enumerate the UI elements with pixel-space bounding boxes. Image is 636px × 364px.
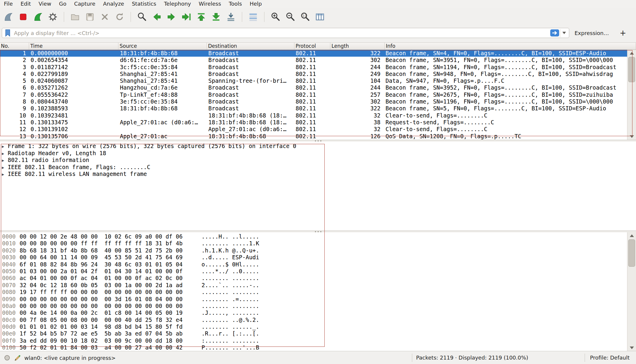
hex-row-0070[interactable]: 007032 04 0c 12 18 60 0b 05 03 00 1a 00 … — [2, 282, 636, 289]
resize-columns-button[interactable] — [313, 10, 326, 23]
packet-row-7[interactable]: 70.055536422Tp-LinkT_ef:48:88Broadcast80… — [0, 91, 627, 98]
expression-button[interactable]: Expression… — [575, 30, 609, 36]
packet-row-10[interactable]: 100.10392348118:31:bf:4b:8b:68 (18:…802.… — [0, 112, 627, 119]
hex-row-0030[interactable]: 003000 00 64 00 11 14 00 09 45 53 50 2d … — [2, 254, 636, 261]
go-forward-button[interactable] — [165, 10, 178, 23]
filter-dropdown-button[interactable] — [560, 29, 568, 37]
column-header-no[interactable]: No. — [0, 43, 29, 50]
hex-row-0100[interactable]: 010050 f2 02 01 01 84 00 03 a4 00 00 27 … — [2, 344, 636, 351]
menu-statistics[interactable]: Statistics — [128, 0, 160, 8]
save-file-button[interactable] — [83, 10, 96, 23]
cell-no: 3 — [0, 64, 29, 71]
scroll-down-button[interactable] — [627, 344, 636, 351]
menu-analyze[interactable]: Analyze — [99, 0, 128, 8]
hex-row-00a0[interactable]: 00a000 00 00 00 00 00 00 00 00 00 00 00 … — [2, 303, 636, 309]
go-last-packet-button[interactable] — [210, 10, 223, 23]
hex-row-00d0[interactable]: 00d001 01 01 02 01 00 03 14 98 d8 bd b4 … — [2, 323, 636, 330]
close-file-button[interactable] — [98, 10, 111, 23]
menu-view[interactable]: View — [35, 0, 55, 8]
profile-label[interactable]: Profile: Default — [590, 351, 630, 364]
capture-options-button[interactable] — [46, 10, 59, 23]
find-packet-button[interactable] — [135, 10, 148, 23]
packet-row-6[interactable]: 60.035271262Hangzhou_cd:7a:6eBroadcast80… — [0, 84, 627, 91]
display-filter-input[interactable] — [11, 30, 549, 36]
detail-line[interactable]: ▸Frame 1: 322 bytes on wire (2576 bits),… — [2, 143, 636, 150]
column-header-time[interactable]: Time — [29, 43, 118, 50]
menu-tools[interactable]: Tools — [225, 0, 246, 8]
filter-bookmark-icon[interactable] — [4, 29, 11, 37]
hex-row-0040[interactable]: 00406f 01 08 82 84 8b 96 24 30 48 6c 03 … — [2, 261, 636, 268]
go-first-packet-button[interactable] — [195, 10, 208, 23]
packet-row-5[interactable]: 50.024060087Shanghai_27:85:41Spanning-tr… — [0, 77, 627, 84]
scrollbar-thumb[interactable] — [628, 239, 635, 267]
hex-row-0090[interactable]: 009000 00 00 00 00 00 00 00 00 3d 16 01 … — [2, 296, 636, 303]
colorize-button[interactable] — [247, 10, 260, 23]
menu-edit[interactable]: Edit — [17, 0, 35, 8]
packet-row-13[interactable]: 130.130135706Apple_27:01:ac18:31:bf:4b:8… — [0, 133, 627, 140]
restart-capture-button[interactable] — [31, 10, 45, 23]
menu-capture[interactable]: Capture — [70, 0, 99, 8]
column-header-info[interactable]: Info — [385, 43, 636, 50]
expand-arrow-icon[interactable]: ▸ — [2, 150, 8, 157]
hex-row-00e0[interactable]: 00e01f 52 b4 b5 b7 72 ae e5 5b ab 3a ed … — [2, 330, 636, 337]
detail-line[interactable]: ▸802.11 radio information — [2, 157, 636, 164]
detail-line[interactable]: ▸IEEE 802.11 Beacon frame, Flags: ......… — [2, 164, 636, 171]
hex-row-0010[interactable]: 001000 00 80 00 00 00 ff ff ff ff ff ff … — [2, 240, 636, 247]
scrollbar-thumb[interactable] — [628, 57, 635, 82]
hex-bytes: 00 00 80 00 00 00 ff ff ff ff ff ff 18 3… — [20, 240, 202, 247]
hex-row-0050[interactable]: 005001 03 00 00 2a 01 04 2f 01 04 30 14 … — [2, 268, 636, 275]
hex-row-0060[interactable]: 0060ac 04 01 00 00 0f ac 04 01 00 00 0f … — [2, 275, 636, 282]
packet-row-11[interactable]: 110.130133475Apple_27:01:ac (d0:a6:…18:3… — [0, 119, 627, 126]
packet-row-4[interactable]: 40.022799189Shanghai_27:85:41Broadcast80… — [0, 71, 627, 77]
zoom-in-button[interactable] — [269, 10, 282, 23]
packet-row-1[interactable]: 10.00000000018:31:bf:4b:8b:68Broadcast80… — [0, 50, 627, 57]
menu-wireless[interactable]: Wireless — [195, 0, 225, 8]
scroll-up-button[interactable] — [627, 50, 636, 56]
hex-row-0000[interactable]: 000000 00 12 00 2e 48 00 00 10 02 6c 09 … — [2, 233, 636, 240]
menu-help[interactable]: Help — [246, 0, 266, 8]
hex-row-0020[interactable]: 00208b 68 18 31 bf 4b 8b 68 40 00 85 51 … — [2, 247, 636, 254]
open-file-button[interactable] — [69, 10, 82, 23]
capture-comment-pencil-icon[interactable] — [14, 354, 21, 361]
detail-line[interactable]: ▸Radiotap Header v0, Length 18 — [2, 150, 636, 157]
expand-arrow-icon[interactable]: ▸ — [2, 164, 8, 171]
hex-row-00b0[interactable]: 00b000 4a 0e 14 00 0a 00 2c 01 c8 00 14 … — [2, 309, 636, 316]
hex-row-0080[interactable]: 008019 17 ff ff ff 00 00 00 00 00 00 00 … — [2, 289, 636, 295]
hex-pane-scrollbar[interactable] — [627, 232, 636, 351]
scroll-down-button[interactable] — [627, 133, 636, 140]
stop-capture-button[interactable] — [17, 10, 30, 23]
hex-row-00c0[interactable]: 00c000 7f 08 05 00 08 00 00 00 00 40 dd … — [2, 317, 636, 323]
packet-row-12[interactable]: 120.130139102Apple_27:01:ac (d0:a6:…802.… — [0, 126, 627, 133]
packet-row-8[interactable]: 80.0804437403e:f5:cc:0e:35:84Broadcast80… — [0, 98, 627, 105]
column-header-length[interactable]: Length — [330, 43, 385, 50]
packet-list-scrollbar[interactable] — [627, 50, 636, 140]
zoom-out-button[interactable] — [284, 10, 297, 23]
go-back-button[interactable] — [150, 10, 163, 23]
detail-text: 802.11 radio information — [8, 157, 89, 163]
packet-row-9[interactable]: 90.10238859318:31:bf:4b:8b:68Broadcast80… — [0, 105, 627, 112]
expand-arrow-icon[interactable]: ▸ — [2, 171, 8, 178]
reload-file-button[interactable] — [113, 10, 126, 23]
packet-row-2[interactable]: 20.002654354d6:61:fe:cd:7a:6eBroadcast80… — [0, 57, 627, 63]
hex-ascii: ........ ......_. — [202, 323, 259, 330]
zoom-reset-button[interactable]: 1:1 — [299, 10, 312, 23]
expand-arrow-icon[interactable]: ▸ — [2, 157, 8, 164]
detail-line[interactable]: ▸IEEE 802.11 wireless LAN management fra… — [2, 171, 636, 178]
display-filter-container[interactable] — [2, 28, 569, 38]
menu-file[interactable]: File — [0, 0, 17, 8]
add-filter-button[interactable]: + — [618, 28, 628, 38]
column-header-source[interactable]: Source — [118, 43, 207, 50]
column-header-protocol[interactable]: Protocol — [294, 43, 330, 50]
column-header-destination[interactable]: Destination — [207, 43, 294, 50]
go-to-packet-button[interactable] — [180, 10, 193, 23]
scroll-up-button[interactable] — [627, 232, 636, 239]
start-capture-button[interactable] — [2, 10, 15, 23]
hex-row-00f0[interactable]: 00f03a ed dd 09 00 10 18 02 03 00 9c 00 … — [2, 337, 636, 344]
packet-row-3[interactable]: 30.0118271423c:f5:cc:0e:35:84Broadcast80… — [0, 64, 627, 71]
auto-scroll-button[interactable] — [224, 10, 237, 23]
menu-telephony[interactable]: Telephony — [160, 0, 195, 8]
filter-apply-button[interactable] — [549, 29, 560, 37]
expert-info-icon[interactable] — [4, 355, 10, 361]
expand-arrow-icon[interactable]: ▸ — [2, 143, 8, 150]
menu-go[interactable]: Go — [55, 0, 70, 8]
